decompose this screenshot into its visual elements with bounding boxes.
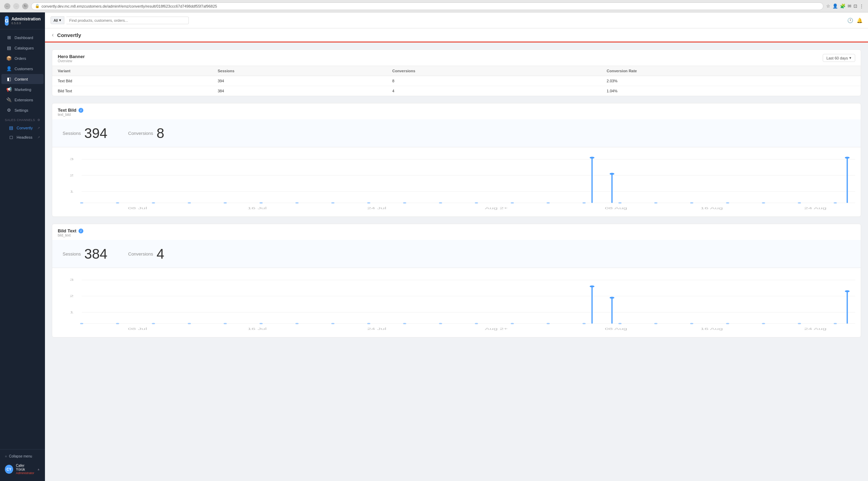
bild-text-subtitle: bild_text (58, 233, 83, 237)
avatar-initials: CY (7, 468, 11, 471)
text-bild-card: Text Bild i text_bild Sessions 394 Conve… (52, 103, 861, 217)
clock-icon[interactable]: 🕐 (847, 18, 853, 23)
y-label-3-2: 3 (70, 278, 74, 281)
collapse-menu-button[interactable]: ○ Collapse menu (5, 453, 40, 460)
page-header: ‹ Convertly (45, 28, 868, 43)
sidebar-item-settings[interactable]: ⚙ Settings (1, 105, 44, 115)
svg-point-35 (547, 323, 550, 324)
sidebar-item-label: Catalogues (15, 46, 34, 50)
hero-banner-card: Hero Banner Overview Last 60 days ▾ Vari… (52, 49, 861, 96)
sidebar-item-catalogues[interactable]: ▤ Catalogues (1, 43, 44, 53)
bild-text-chart-svg: 3 2 1 (58, 274, 855, 332)
x-label-3: 24 Jul (367, 207, 386, 210)
bookmark-icon[interactable]: ☆ (826, 3, 830, 9)
svg-point-37 (618, 323, 621, 324)
x-label-2-2: 16 Jul (248, 327, 267, 331)
external-link2-icon: ↗ (37, 136, 40, 139)
hero-banner-table-body: Text Bild 394 8 2.03% Bild Text 384 4 1.… (52, 76, 861, 96)
sidebar-item-extensions[interactable]: 🔌 Extensions (1, 95, 44, 105)
puzzle-icon[interactable]: 🧩 (840, 3, 846, 9)
bell-icon[interactable]: 🔔 (857, 18, 862, 23)
page-title: Convertly (57, 32, 81, 38)
text-bild-stats: Sessions 394 Conversions 8 (52, 119, 861, 147)
hero-banner-title-area: Hero Banner Overview (58, 54, 85, 63)
bild-text-chart: 3 2 1 (52, 268, 861, 337)
browser-bar: ← → ↻ 🔒 convertly.dev.mc.m8.emzcustomers… (0, 0, 868, 12)
topbar-actions: 🕐 🔔 (847, 18, 862, 23)
settings-gear-icon[interactable]: ⚙ (37, 118, 40, 122)
x-label-6-2: 16 Aug (701, 327, 723, 331)
x-label-6: 16 Aug (701, 207, 723, 210)
user-role: Administrator (16, 471, 34, 475)
back-nav-button[interactable]: ‹ (52, 32, 54, 38)
svg-point-17 (690, 202, 693, 204)
mail-icon[interactable]: ✉ (848, 3, 851, 9)
url-bar[interactable]: 🔒 convertly.dev.mc.m8.emzcustomers.de/ad… (31, 2, 823, 10)
sidebar-item-label: Extensions (15, 98, 33, 102)
sidebar-item-headless[interactable]: ◻ Headless ↗ (0, 132, 45, 142)
cell-sessions: 394 (212, 76, 387, 86)
sidebar-sub-item-label: Headless (17, 135, 33, 139)
sidebar-sub-item-label: Convertly (17, 126, 33, 130)
chevron-up-icon: ▲ (37, 468, 40, 471)
sidebar-item-convertly[interactable]: ▤ Convertly ↗ (0, 123, 45, 132)
x-label-3-2: 24 Jul (367, 327, 386, 331)
sessions-value: 394 (84, 126, 108, 140)
cell-variant: Bild Text (52, 86, 212, 96)
menu-icon[interactable]: ⋮ (859, 3, 864, 9)
conversions-value-2: 4 (157, 247, 164, 261)
sidebar-item-marketing[interactable]: 📢 Marketing (1, 84, 44, 94)
search-filter-button[interactable]: All ▾ (50, 16, 64, 24)
svg-point-20 (798, 202, 801, 204)
profile-icon[interactable]: 👤 (832, 3, 838, 9)
svg-point-40 (726, 323, 729, 324)
sales-channels-label: Sales Channels (5, 118, 35, 122)
date-filter-button[interactable]: Last 60 days ▾ (823, 54, 855, 62)
table-header-row: Variant Sessions Conversions Conversion … (52, 66, 861, 76)
svg-point-7 (331, 202, 334, 204)
sidebar-item-label: Dashboard (15, 36, 33, 40)
spike3-top (845, 157, 850, 159)
customers-icon: 👤 (6, 66, 12, 71)
cell-conversion-rate: 2.03% (601, 76, 861, 86)
text-bild-title-text: Text Bild (58, 108, 76, 113)
svg-point-0 (80, 202, 83, 204)
logo: G (5, 16, 9, 26)
svg-point-6 (295, 202, 298, 204)
back-button[interactable]: ← (4, 3, 10, 9)
svg-point-16 (654, 202, 657, 204)
pip-icon[interactable]: ⊡ (853, 3, 857, 9)
sidebar-user[interactable]: CY Cafer Yörük Administrator ▲ (5, 461, 40, 478)
sales-channels-section: Sales Channels ⚙ (0, 115, 45, 123)
bild-text-stats: Sessions 384 Conversions 4 (52, 240, 861, 268)
sessions-label-2: Sessions (63, 251, 81, 257)
svg-point-19 (762, 202, 765, 204)
hero-banner-header: Hero Banner Overview Last 60 days ▾ (52, 50, 861, 66)
reload-button[interactable]: ↻ (22, 3, 28, 9)
search-input[interactable] (66, 17, 189, 24)
y-label-2-2: 2 (70, 295, 74, 298)
sidebar-item-label: Settings (15, 108, 28, 112)
sidebar-item-orders[interactable]: 📦 Orders (1, 53, 44, 63)
app: G Administration 6.5.8.9 ⊞ Dashboard ▤ C… (0, 12, 868, 481)
sidebar-item-customers[interactable]: 👤 Customers (1, 64, 44, 74)
sidebar-item-dashboard[interactable]: ⊞ Dashboard (1, 33, 44, 43)
sessions-label: Sessions (63, 131, 81, 136)
spike2-top (610, 173, 615, 175)
spike1-bt-top (590, 286, 594, 288)
main: All ▾ 🕐 🔔 ‹ Convertly Hero Banner (45, 12, 868, 481)
sidebar-item-content[interactable]: ◧ Content (1, 74, 44, 84)
sidebar-item-label: Content (15, 77, 28, 81)
text-bild-header: Text Bild i text_bild (52, 103, 861, 119)
brand-name: Administration (11, 17, 41, 21)
forward-button[interactable]: → (13, 3, 19, 9)
spike3-bt-top (845, 290, 850, 293)
col-conversions: Conversions (387, 66, 601, 76)
sidebar-item-label: Marketing (15, 87, 31, 92)
content-icon: ◧ (6, 76, 12, 82)
col-sessions: Sessions (212, 66, 387, 76)
filter-label: All (54, 18, 58, 22)
x-label-4-2: Aug 2+ (485, 327, 508, 331)
cell-conversion-rate: 1.04% (601, 86, 861, 96)
svg-point-9 (403, 202, 406, 204)
